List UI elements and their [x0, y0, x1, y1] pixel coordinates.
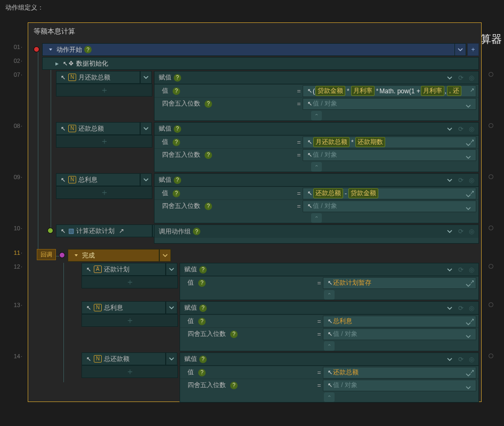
- variable-node[interactable]: ↖N总还款额: [82, 352, 166, 365]
- variable-node[interactable]: ↖N总利息: [56, 173, 140, 186]
- add-child-button[interactable]: ＋: [82, 365, 178, 378]
- help-icon[interactable]: ?: [205, 100, 212, 108]
- chevron-down-icon[interactable]: [444, 72, 455, 84]
- collapse-up-icon[interactable]: ⌃: [324, 341, 335, 351]
- variable-node[interactable]: ↖N总利息: [82, 301, 166, 314]
- breakpoint-gutter: [482, 22, 504, 402]
- expression-input[interactable]: ↖值 / 对象: [303, 200, 476, 212]
- property-row: 四舍五入位数? = ↖值 / 对象: [155, 97, 478, 110]
- collapse-up-icon[interactable]: ⌃: [324, 290, 335, 300]
- variable-node[interactable]: ↖A还款计划: [82, 263, 166, 276]
- collapse-up-icon[interactable]: ⌃: [324, 392, 335, 402]
- callback-label: 回调: [37, 249, 56, 260]
- function-icon: ▧: [68, 227, 74, 235]
- dropdown-icon[interactable]: [454, 43, 466, 56]
- expression-input[interactable]: ↖还款计划暂存 ↗: [323, 277, 476, 289]
- cursor-icon: ↖: [60, 74, 66, 81]
- dropdown-icon[interactable]: [166, 263, 177, 276]
- expression-input[interactable]: ↖值 / 对象: [303, 98, 476, 110]
- breakpoint-icon[interactable]: [489, 72, 493, 77]
- breakpoint-icon[interactable]: [489, 123, 493, 128]
- type-tag-array: A: [94, 266, 102, 273]
- expression-input[interactable]: ↖值 / 对象: [303, 149, 476, 161]
- invoke-node[interactable]: ↖ ▧ 计算还款计划 ↗: [56, 224, 152, 237]
- add-child-button[interactable]: ＋: [56, 186, 152, 199]
- cursor-icon: ↖: [62, 60, 68, 67]
- line-gutter: 01· 02· 07· 08· 09· 10· 11· 12· 13· 14·: [0, 22, 28, 402]
- breakpoint-icon[interactable]: [489, 264, 493, 269]
- target-icon[interactable]: ◎: [467, 355, 476, 364]
- collapse-up-icon[interactable]: ⌃: [311, 162, 322, 172]
- breakpoint-icon[interactable]: [489, 174, 493, 179]
- dropdown-icon[interactable]: [166, 301, 177, 314]
- add-action-button[interactable]: +: [467, 43, 479, 56]
- property-panel: 赋值? ⟳◎ 值?= ↖总利息 ↗ 四舍五入位数?= ↖值 / 对象 ⌃: [180, 301, 479, 351]
- refresh-icon[interactable]: ⟳: [456, 355, 466, 364]
- property-row: 值? = ↖ ( 贷款金额* 月利率* Math. pow(1 + 月利率, ,…: [155, 84, 478, 97]
- line-number: 09·: [0, 174, 26, 180]
- add-child-button[interactable]: ＋: [56, 84, 152, 97]
- line-number: 08·: [0, 123, 26, 129]
- breakpoint-icon[interactable]: [489, 302, 493, 307]
- add-child-button[interactable]: ＋: [82, 276, 178, 288]
- property-panel: 赋值? ⟳◎ 值?= ↖还款总额 ↗ 四舍五入位数?= ↖值 / 对象 ⌃: [180, 352, 479, 403]
- target-icon[interactable]: ◎: [467, 265, 476, 275]
- variable-node[interactable]: ↖N还款总额: [56, 122, 140, 135]
- refresh-icon[interactable]: ⟳: [456, 265, 466, 275]
- expression-input[interactable]: ↖ 月还款总额*还款期数 ↗: [303, 136, 476, 148]
- help-icon[interactable]: ?: [173, 87, 180, 95]
- expand-arrow-icon[interactable]: ↗: [470, 87, 474, 93]
- done-node[interactable]: 完成: [68, 249, 159, 262]
- refresh-icon[interactable]: ⟳: [456, 227, 466, 236]
- expression-input[interactable]: ↖ ( 贷款金额* 月利率* Math. pow(1 + 月利率, , 还 ↗: [303, 85, 476, 97]
- help-icon[interactable]: ?: [84, 46, 92, 53]
- assign-header[interactable]: 赋值? ⟳ ◎: [155, 71, 478, 84]
- property-panel: 赋值? ⟳◎ 值?= ↖ 月还款总额*还款期数 ↗ 四舍五入位数?= ↖值 / …: [154, 122, 479, 172]
- connector-branch-icon: [47, 228, 53, 234]
- breakpoint-icon[interactable]: [489, 353, 493, 358]
- action-start-node[interactable]: 动作开始 ?: [42, 43, 455, 56]
- refresh-icon[interactable]: ⟳: [456, 124, 466, 134]
- collapse-up-icon[interactable]: ⌃: [311, 213, 322, 223]
- help-icon[interactable]: ?: [174, 74, 181, 82]
- dropdown-icon[interactable]: [159, 249, 171, 262]
- connector-callback-icon: [59, 252, 65, 258]
- dropdown-icon[interactable]: [140, 173, 152, 186]
- expression-input[interactable]: ↖ 还款总额-贷款金额 ↗: [303, 188, 476, 199]
- add-child-button[interactable]: ＋: [82, 314, 178, 327]
- expression-input[interactable]: ↖值 / 对象: [323, 380, 476, 391]
- refresh-icon[interactable]: ⟳: [456, 175, 466, 185]
- target-icon[interactable]: ◎: [467, 227, 476, 236]
- line-number: 13·: [0, 302, 26, 308]
- line-number: 10·: [0, 225, 26, 231]
- target-icon[interactable]: ◎: [467, 175, 476, 185]
- target-icon[interactable]: ◎: [467, 303, 476, 313]
- target-icon[interactable]: ◎: [467, 73, 476, 83]
- expression-input[interactable]: ↖还款总额 ↗: [323, 367, 476, 379]
- property-panel: 赋值? ⟳◎ 值?= ↖还款计划暂存 ↗ ⌃: [180, 263, 479, 300]
- share-icon[interactable]: ↗: [119, 227, 124, 235]
- property-panel: 调用动作组? ⟳◎: [154, 224, 479, 244]
- layers-icon: ❖: [68, 60, 74, 67]
- line-number: 02·: [0, 58, 26, 64]
- refresh-icon[interactable]: ⟳: [456, 73, 466, 83]
- expand-icon: [74, 253, 79, 258]
- variable-node[interactable]: ↖ N 月还款总额: [56, 71, 140, 84]
- section-header: 动作组定义：: [0, 0, 504, 12]
- refresh-icon[interactable]: ⟳: [456, 303, 466, 313]
- target-icon[interactable]: ◎: [467, 124, 476, 134]
- action-group-container: 等额本息计算 动作开始 ? + ▸ ↖ ❖ 数据初始化: [28, 22, 482, 402]
- expression-input[interactable]: ↖总利息 ↗: [323, 316, 476, 327]
- dropdown-icon[interactable]: [140, 71, 152, 84]
- line-number: 12·: [0, 263, 26, 270]
- expression-input[interactable]: ↖值 / 对象: [323, 328, 476, 340]
- connector-start-icon: [34, 46, 39, 52]
- dropdown-icon[interactable]: [140, 122, 152, 135]
- dropdown-icon[interactable]: [166, 352, 177, 365]
- collapse-up-icon[interactable]: ⌃: [311, 111, 322, 120]
- chevron-down-icon[interactable]: [463, 100, 474, 112]
- cursor-icon: ↖: [306, 87, 313, 94]
- add-child-button[interactable]: ＋: [56, 135, 152, 148]
- breakpoint-icon[interactable]: [489, 226, 493, 230]
- data-init-node[interactable]: ▸ ↖ ❖ 数据初始化: [42, 57, 479, 70]
